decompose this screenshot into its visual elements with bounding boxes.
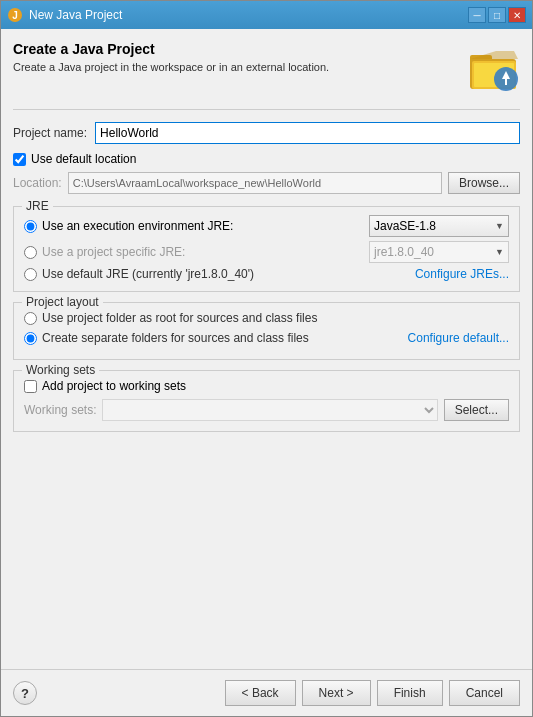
jre-env-label[interactable]: Use an execution environment JRE: — [42, 219, 233, 233]
cancel-button[interactable]: Cancel — [449, 680, 520, 706]
configure-jres-link[interactable]: Configure JREs... — [415, 267, 509, 281]
configure-default-link[interactable]: Configure default... — [408, 331, 509, 345]
layout-root-radio[interactable] — [24, 312, 37, 325]
add-to-working-sets-label[interactable]: Add project to working sets — [42, 379, 186, 393]
working-sets-checkbox-row: Add project to working sets — [24, 379, 509, 393]
working-sets-input-row: Working sets: Select... — [24, 399, 509, 421]
jre-specific-label[interactable]: Use a project specific JRE: — [42, 245, 185, 259]
location-label: Location: — [13, 176, 62, 190]
layout-separate-radio[interactable] — [24, 332, 37, 345]
dialog-footer: ? < Back Next > Finish Cancel — [1, 669, 532, 716]
help-button[interactable]: ? — [13, 681, 37, 705]
title-bar: J New Java Project ─ □ ✕ — [1, 1, 532, 29]
jre-option2-row: Use a project specific JRE: jre1.8.0_40 … — [24, 241, 509, 263]
jre-option3-row: Use default JRE (currently 'jre1.8.0_40'… — [24, 267, 509, 281]
svg-text:J: J — [12, 10, 18, 21]
browse-button[interactable]: Browse... — [448, 172, 520, 194]
layout-root-label[interactable]: Use project folder as root for sources a… — [42, 311, 509, 325]
minimize-button[interactable]: ─ — [468, 7, 486, 23]
jre-specific-dropdown[interactable]: jre1.8.0_40 ▼ — [369, 241, 509, 263]
header-divider — [13, 109, 520, 110]
jre-group: JRE Use an execution environment JRE: Ja… — [13, 206, 520, 292]
working-sets-group: Working sets Add project to working sets… — [13, 370, 520, 432]
window-title: New Java Project — [29, 8, 122, 22]
finish-button[interactable]: Finish — [377, 680, 443, 706]
header-description: Create a Java project in the workspace o… — [13, 61, 468, 73]
back-button[interactable]: < Back — [225, 680, 296, 706]
title-bar-controls: ─ □ ✕ — [468, 7, 526, 23]
header-section: Create a Java Project Create a Java proj… — [13, 41, 520, 93]
default-location-label[interactable]: Use default location — [31, 152, 136, 166]
footer-buttons: < Back Next > Finish Cancel — [225, 680, 520, 706]
location-row: Location: Browse... — [13, 172, 520, 194]
jre-default-radio[interactable] — [24, 268, 37, 281]
working-sets-group-label: Working sets — [22, 363, 99, 377]
next-button[interactable]: Next > — [302, 680, 371, 706]
maximize-button[interactable]: □ — [488, 7, 506, 23]
title-bar-left: J New Java Project — [7, 7, 122, 23]
jre-option1-row: Use an execution environment JRE: JavaSE… — [24, 215, 509, 237]
jre-specific-dropdown-value: jre1.8.0_40 — [374, 245, 434, 259]
window-icon: J — [7, 7, 23, 23]
layout-option2-row: Create separate folders for sources and … — [24, 331, 509, 345]
working-sets-select-button[interactable]: Select... — [444, 399, 509, 421]
working-sets-select[interactable] — [102, 399, 437, 421]
jre-group-label: JRE — [22, 199, 53, 213]
layout-option1-row: Use project folder as root for sources a… — [24, 311, 509, 325]
jre-option2-left: Use a project specific JRE: — [24, 245, 185, 259]
jre-specific-radio[interactable] — [24, 246, 37, 259]
close-button[interactable]: ✕ — [508, 7, 526, 23]
jre-default-label[interactable]: Use default JRE (currently 'jre1.8.0_40'… — [42, 267, 410, 281]
default-location-row: Use default location — [13, 152, 520, 166]
header-title: Create a Java Project — [13, 41, 468, 57]
location-input[interactable] — [68, 172, 442, 194]
add-to-working-sets-checkbox[interactable] — [24, 380, 37, 393]
footer-left: ? — [13, 681, 37, 705]
svg-rect-8 — [505, 78, 507, 85]
jre-env-dropdown[interactable]: JavaSE-1.8 ▼ — [369, 215, 509, 237]
jre-env-dropdown-arrow: ▼ — [495, 221, 504, 231]
jre-env-dropdown-value: JavaSE-1.8 — [374, 219, 436, 233]
layout-separate-label[interactable]: Create separate folders for sources and … — [42, 331, 309, 345]
dialog-content: Create a Java Project Create a Java proj… — [1, 29, 532, 669]
folder-icon-svg — [468, 41, 520, 93]
jre-option1-left: Use an execution environment JRE: — [24, 219, 233, 233]
main-window: J New Java Project ─ □ ✕ Create a Java P… — [0, 0, 533, 717]
ws-label: Working sets: — [24, 403, 96, 417]
project-layout-label: Project layout — [22, 295, 103, 309]
jre-env-radio[interactable] — [24, 220, 37, 233]
project-name-row: Project name: — [13, 122, 520, 144]
project-name-input[interactable] — [95, 122, 520, 144]
header-text: Create a Java Project Create a Java proj… — [13, 41, 468, 73]
project-layout-group: Project layout Use project folder as roo… — [13, 302, 520, 360]
default-location-checkbox[interactable] — [13, 153, 26, 166]
jre-specific-dropdown-arrow: ▼ — [495, 247, 504, 257]
project-name-label: Project name: — [13, 126, 87, 140]
header-icon — [468, 41, 520, 93]
layout-option2-left: Create separate folders for sources and … — [24, 331, 309, 345]
